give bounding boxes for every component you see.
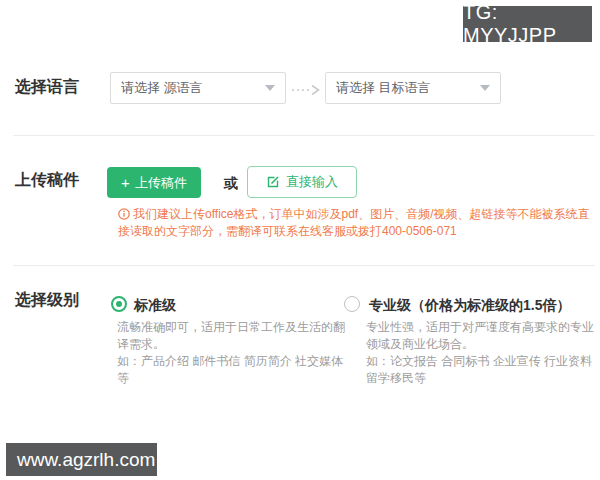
language-section-label: 选择语言 (15, 77, 79, 98)
translation-order-form: TG: MYYJJPP 选择语言 请选择 源语言 请选择 目标语言 上传稿件 +… (0, 0, 600, 480)
source-language-select[interactable]: 请选择 源语言 (110, 72, 286, 104)
or-text: 或 (224, 175, 238, 193)
chevron-down-icon (265, 85, 275, 91)
info-icon (118, 207, 133, 221)
direct-input-button[interactable]: 直接输入 (247, 166, 357, 198)
edit-icon (266, 175, 280, 189)
tg-watermark-badge: TG: MYYJJPP (463, 6, 592, 42)
divider (13, 135, 595, 136)
site-watermark-badge: www.agzrlh.com (6, 443, 157, 476)
direct-input-button-label: 直接输入 (286, 173, 338, 191)
upload-notice: 我们建议上传office格式，订单中如涉及pdf、图片、音频/视频、超链接等不能… (118, 206, 596, 240)
radio-professional-level[interactable] (344, 296, 360, 312)
tg-watermark-text: TG: MYYJJPP (463, 1, 592, 47)
professional-level-examples: 如：论文报告 合同标书 企业宣传 行业资料 留学移民等 (366, 353, 598, 387)
professional-level-label[interactable]: 专业级（价格为标准级的1.5倍） (369, 297, 570, 315)
site-watermark-text: www.agzrlh.com (17, 449, 155, 471)
upload-file-button-label: 上传稿件 (135, 174, 187, 192)
level-section-label: 选择级别 (15, 290, 79, 311)
upload-notice-text: 我们建议上传office格式，订单中如涉及pdf、图片、音频/视频、超链接等不能… (118, 207, 589, 238)
standard-level-description: 流畅准确即可，适用于日常工作及生活的翻译需求。 如：产品介绍 邮件书信 简历简介… (117, 319, 349, 387)
standard-level-desc-text: 流畅准确即可，适用于日常工作及生活的翻译需求。 (117, 319, 349, 353)
plus-icon: + (121, 175, 130, 190)
standard-level-label[interactable]: 标准级 (134, 297, 176, 315)
radio-standard-level[interactable] (111, 296, 127, 312)
divider (13, 265, 595, 266)
upload-file-button[interactable]: + 上传稿件 (107, 167, 201, 198)
arrow-right-icon (291, 82, 321, 100)
professional-level-desc-text: 专业性强，适用于对严谨度有高要求的专业领域及商业化场合。 (366, 319, 598, 353)
source-language-placeholder: 请选择 源语言 (121, 79, 203, 97)
professional-level-description: 专业性强，适用于对严谨度有高要求的专业领域及商业化场合。 如：论文报告 合同标书… (366, 319, 598, 387)
chevron-down-icon (480, 85, 490, 91)
target-language-select[interactable]: 请选择 目标语言 (325, 72, 501, 104)
target-language-placeholder: 请选择 目标语言 (336, 79, 431, 97)
upload-section-label: 上传稿件 (15, 170, 79, 191)
standard-level-examples: 如：产品介绍 邮件书信 简历简介 社交媒体 等 (117, 353, 349, 387)
